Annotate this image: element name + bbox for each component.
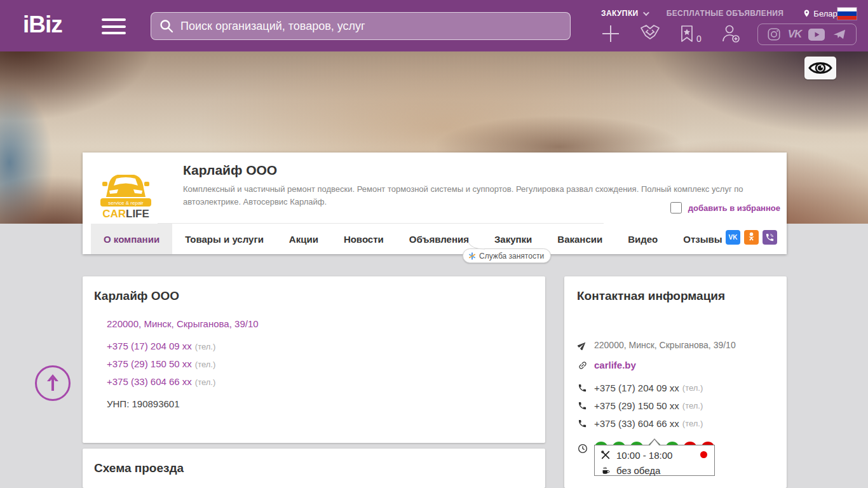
about-card: Карлайф ООО 220000, Минск, Скрыганова, 3… <box>83 276 545 443</box>
youtube-icon[interactable] <box>808 29 825 41</box>
clock-icon <box>578 444 588 454</box>
phone-note: (тел.) <box>682 383 703 393</box>
contact-phone[interactable]: +375 (29) 150 50 xx <box>594 400 679 411</box>
contact-title: Контактная информация <box>577 289 725 303</box>
hamburger-menu-icon[interactable] <box>102 18 126 34</box>
unp-number: УНП: 190893601 <box>107 398 180 409</box>
viber-icon[interactable] <box>763 230 777 245</box>
status-dot <box>700 451 707 458</box>
company-logo: service & repair CARLIFE <box>94 158 158 221</box>
phone-link[interactable]: +375 (33) 604 66 xx <box>107 376 192 387</box>
svg-text:CARLIFE: CARLIFE <box>102 208 149 220</box>
favorites-checkbox[interactable] <box>670 202 682 214</box>
login-register-button[interactable] <box>721 24 741 43</box>
chevron-down-icon <box>643 10 649 16</box>
phone-icon <box>578 401 587 410</box>
add-to-favorites[interactable]: добавить в избранное <box>670 202 780 214</box>
working-hours-popup: 10:00 - 18:00 без обеда <box>594 445 715 476</box>
procurement-menu[interactable]: ЗАКУПКИ <box>601 9 648 18</box>
phone-note: (тел.) <box>195 377 215 387</box>
phone-row: +375 (17) 204 09 xx(тел.) <box>107 341 215 351</box>
header-actions: 0 <box>601 24 741 43</box>
handshake-icon <box>639 24 661 43</box>
working-hours-time: 10:00 - 18:00 <box>616 450 672 461</box>
link-icon <box>575 358 590 372</box>
search-bar <box>151 12 571 40</box>
free-ads-link[interactable]: БЕСПЛАТНЫЕ ОБЪЯВЛЕНИЯ <box>667 9 784 18</box>
location-pin-icon <box>803 8 811 18</box>
contact-phone[interactable]: +375 (33) 604 66 xx <box>594 418 679 429</box>
website-link[interactable]: carlife.by <box>594 360 636 370</box>
accessibility-eye-button[interactable] <box>804 57 836 79</box>
phone-link[interactable]: +375 (17) 204 09 xx <box>107 341 192 351</box>
ibiz-logo[interactable]: iBiz <box>23 11 62 38</box>
phone-note: (тел.) <box>195 360 215 369</box>
contact-info-card: Контактная информация 220000, Минск, Скр… <box>564 276 787 488</box>
back-to-top-button[interactable] <box>35 365 71 401</box>
company-address-link[interactable]: 220000, Минск, Скрыганова, 39/10 <box>107 318 259 329</box>
plus-icon <box>601 24 620 43</box>
language-flag-russia[interactable] <box>837 8 857 20</box>
tab-about[interactable]: О компании <box>91 224 172 254</box>
company-social-links: VK <box>726 230 777 245</box>
contact-address-row: 220000, Минск, Скрыганова, 39/10 <box>577 340 736 350</box>
user-add-icon <box>721 24 741 43</box>
vk-icon[interactable]: VK <box>788 28 802 41</box>
company-name: Карлайф ООО <box>183 163 277 178</box>
add-company-button[interactable] <box>601 24 620 43</box>
tab-video[interactable]: Видео <box>615 224 670 254</box>
phone-row: +375 (29) 150 50 xx(тел.) <box>107 358 215 369</box>
website-row: carlife.by <box>577 360 636 370</box>
header-social-links: VK <box>757 24 857 45</box>
favorites-label: добавить в избранное <box>688 203 780 213</box>
tools-icon <box>600 450 611 460</box>
tab-promotions[interactable]: Акции <box>276 224 331 254</box>
about-title: Карлайф ООО <box>94 289 179 303</box>
phone-link[interactable]: +375 (29) 150 50 xx <box>107 358 192 369</box>
tab-vacancies[interactable]: Вакансии <box>545 224 615 254</box>
eye-icon <box>808 60 832 76</box>
company-tabs: О компании Товары и услуги Акции Новости… <box>91 224 735 254</box>
search-input[interactable] <box>180 20 562 33</box>
phone-note: (тел.) <box>682 419 703 428</box>
coffee-cup-icon <box>601 465 611 475</box>
phone-icon <box>578 383 587 393</box>
contact-phone-row: +375 (29) 150 50 xx(тел.) <box>577 400 703 411</box>
search-icon <box>159 18 174 34</box>
employment-service-tooltip: Служба занятости <box>463 248 551 263</box>
contact-phone[interactable]: +375 (17) 204 09 xx <box>594 383 679 393</box>
lunch-note: без обеда <box>616 465 660 476</box>
vk-share-icon[interactable]: VK <box>726 230 740 245</box>
tooltip-text: Служба занятости <box>479 252 544 261</box>
bookmark-star-icon <box>680 25 694 43</box>
phone-row: +375 (33) 604 66 xx(тел.) <box>107 376 215 387</box>
phone-icon <box>578 419 587 428</box>
header: iBiz ЗАКУПКИ БЕСПЛАТНЫЕ ОБЪЯВЛЕНИЯ Белар… <box>0 0 868 51</box>
favorites-count: 0 <box>696 35 702 43</box>
svg-text:service & repair: service & repair <box>108 200 144 206</box>
company-header-card: service & repair CARLIFE Карлайф ООО Ком… <box>83 152 787 254</box>
employment-service-icon <box>468 252 476 260</box>
tab-products[interactable]: Товары и услуги <box>172 224 276 254</box>
contact-phone-row: +375 (33) 604 66 xx(тел.) <box>577 418 703 429</box>
map-title: Схема проезда <box>94 461 184 475</box>
favorites-button[interactable]: 0 <box>680 25 702 43</box>
phone-note: (тел.) <box>682 401 703 410</box>
partners-button[interactable] <box>639 24 661 43</box>
arrow-up-icon <box>46 374 60 393</box>
tab-news[interactable]: Новости <box>331 224 397 254</box>
contact-address: 220000, Минск, Скрыганова, 39/10 <box>594 340 736 350</box>
contact-phone-row: +375 (17) 204 09 xx(тел.) <box>577 383 703 393</box>
navigation-arrow-icon <box>578 341 587 350</box>
odnoklassniki-icon[interactable] <box>744 230 759 245</box>
telegram-icon[interactable] <box>832 27 847 41</box>
page: iBiz ЗАКУПКИ БЕСПЛАТНЫЕ ОБЪЯВЛЕНИЯ Белар… <box>0 0 868 488</box>
header-top-links: ЗАКУПКИ БЕСПЛАТНЫЕ ОБЪЯВЛЕНИЯ Беларусь <box>601 8 850 18</box>
instagram-icon[interactable] <box>767 27 781 41</box>
tooltip-tail <box>467 242 486 250</box>
map-card: Схема проезда <box>83 449 545 488</box>
phone-note: (тел.) <box>195 342 215 351</box>
